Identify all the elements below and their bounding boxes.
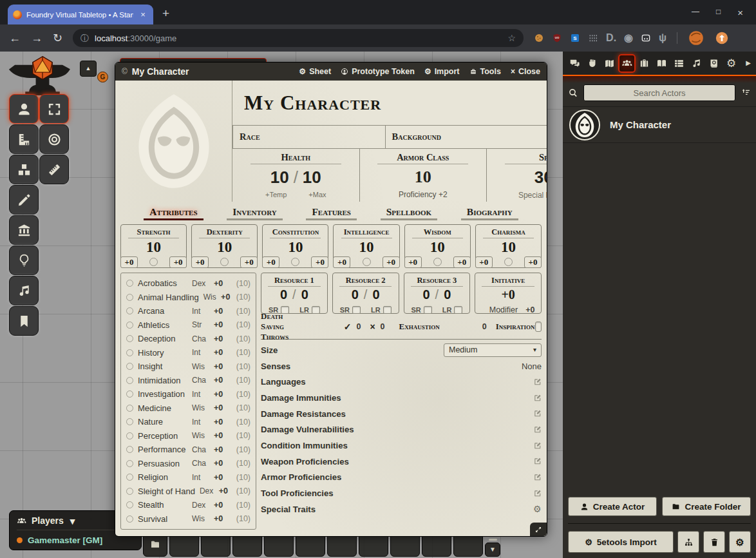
sheet-tab[interactable]: Spellbook (381, 206, 437, 220)
5etools-import-button[interactable]: ⚙ 5etools Import (568, 531, 674, 553)
ability-score[interactable]: 10 (146, 239, 161, 256)
eye-icon[interactable]: ◉ (624, 33, 633, 43)
create-folder-button[interactable]: Create Folder (662, 497, 751, 516)
scene-nav-collapse-button[interactable]: ▲ (80, 61, 97, 77)
ability-save[interactable]: +0 (169, 256, 187, 268)
skill-row[interactable]: Insight Wis +0 (10) (126, 360, 250, 374)
death-fail-count[interactable]: 0 (381, 322, 385, 331)
resource-value[interactable]: 0/0 (422, 287, 451, 302)
max-hp-field[interactable]: +Max (308, 191, 326, 198)
detail-input[interactable] (446, 132, 547, 142)
ability-block[interactable]: Constitution 10 +0 +0 (262, 224, 328, 268)
folder-tree-button[interactable] (677, 531, 699, 553)
tab-scenes[interactable] (601, 54, 618, 73)
skill-row[interactable]: Acrobatics Dex +0 (10) (126, 276, 250, 291)
skill-row[interactable]: Deception Cha +0 (10) (126, 332, 250, 346)
lighting-tool-button[interactable] (9, 245, 39, 275)
notes-tool-button[interactable] (9, 306, 39, 336)
resource-value[interactable]: 0/0 (352, 287, 380, 302)
skill-proficiency-toggle[interactable] (126, 474, 133, 481)
ability-save[interactable]: +0 (311, 256, 328, 268)
tab-tables[interactable] (670, 54, 688, 73)
trait-edit-icon[interactable] (533, 441, 542, 450)
tab-items[interactable] (636, 54, 653, 73)
trait-edit-icon[interactable] (533, 489, 542, 498)
ability-score[interactable]: 10 (288, 239, 303, 256)
skill-proficiency-toggle[interactable] (126, 307, 133, 314)
token-tool-button[interactable] (9, 94, 39, 124)
skill-row[interactable]: Athletics Str +0 (10) (126, 318, 250, 332)
trait-edit-icon[interactable] (533, 425, 542, 434)
ruler-tool-button[interactable] (39, 155, 69, 184)
drawings-tool-button[interactable] (9, 185, 39, 215)
ability-save[interactable]: +0 (453, 256, 471, 268)
skill-row[interactable]: Nature Int +0 (10) (126, 415, 250, 429)
skill-proficiency-toggle[interactable] (126, 418, 133, 425)
skill-row[interactable]: Investigation Int +0 (10) (126, 387, 250, 401)
browser-tab[interactable]: Foundry Virtual Tabletop • A Stan × (8, 5, 153, 24)
sidebar-collapse-icon[interactable]: ▶ (744, 60, 753, 66)
tools-button[interactable]: Tools (469, 67, 501, 76)
profile-avatar-icon[interactable] (688, 30, 704, 46)
tiles-tool-button[interactable] (9, 155, 39, 184)
skill-proficiency-toggle[interactable] (126, 377, 133, 384)
long-rest-checkbox[interactable] (312, 306, 320, 314)
initiative-modifier[interactable]: Modifier+0 (482, 305, 535, 314)
measure-tool-button[interactable] (9, 124, 39, 154)
template-tool-button[interactable] (39, 124, 69, 154)
long-rest-checkbox[interactable] (383, 306, 392, 314)
address-bar[interactable]: ⓘ localhost:30000/game ☆ (73, 29, 524, 47)
skill-row[interactable]: Persuasion Cha +0 (10) (126, 457, 250, 471)
inspiration-checkbox[interactable] (535, 322, 542, 332)
skill-row[interactable]: Animal Handling Wis +0 (10) (126, 291, 250, 305)
tab-chat[interactable] (566, 54, 583, 73)
sheet-tab[interactable]: Attributes (144, 206, 203, 220)
skill-proficiency-toggle[interactable] (126, 335, 133, 342)
skill-row[interactable]: Intimidation Cha +0 (10) (126, 374, 250, 388)
trait-edit-icon[interactable]: ⚙ (533, 505, 542, 514)
skill-row[interactable]: History Int +0 (10) (126, 346, 250, 360)
hp-value[interactable]: 10/10 (270, 168, 321, 188)
page-info-icon[interactable]: ⓘ (80, 34, 89, 43)
import-button[interactable]: ⚙Import (424, 67, 460, 76)
create-actor-button[interactable]: Create Actor (568, 497, 657, 516)
actor-avatar[interactable] (569, 110, 600, 140)
tab-actors[interactable] (618, 54, 636, 73)
game-canvas[interactable]: ▲ G Players ▾ Gamemaster [GM] ▼ (0, 52, 756, 558)
hotbar-page-indicator[interactable] (489, 539, 497, 541)
detail-input[interactable] (265, 132, 379, 142)
skill-proficiency-toggle[interactable] (126, 488, 133, 495)
skill-row[interactable]: Medicine Wis +0 (10) (126, 401, 250, 416)
ability-save[interactable]: +0 (524, 256, 542, 268)
skill-row[interactable]: Survival Wis +0 (10) (126, 512, 250, 526)
bookmark-star-icon[interactable]: ☆ (508, 34, 516, 43)
skill-proficiency-toggle[interactable] (126, 280, 133, 287)
sort-icon[interactable] (741, 88, 751, 98)
stylus-icon[interactable]: S (570, 33, 580, 43)
cookie-icon[interactable] (534, 33, 544, 43)
skill-proficiency-toggle[interactable] (126, 515, 133, 523)
window-minimize-button[interactable]: — (692, 7, 699, 18)
resource-label[interactable]: Resource 3 (417, 276, 457, 285)
skill-row[interactable]: Performance Cha +0 (10) (126, 443, 250, 457)
forward-icon[interactable]: → (31, 32, 43, 44)
back-icon[interactable]: ← (9, 32, 21, 44)
ability-block[interactable]: Charisma 10 +0 +0 (475, 224, 542, 268)
character-portrait[interactable] (115, 81, 232, 202)
skill-proficiency-toggle[interactable] (126, 501, 133, 508)
trait-edit-icon[interactable] (533, 473, 542, 482)
tab-journal[interactable] (653, 54, 670, 73)
trait-edit-icon[interactable] (533, 378, 542, 387)
temp-hp-field[interactable]: +Temp (265, 191, 287, 198)
long-rest-checkbox[interactable] (454, 306, 462, 314)
death-success-icon[interactable]: ✓ (344, 322, 352, 331)
tab-combat[interactable] (583, 54, 601, 73)
delete-button[interactable] (703, 531, 725, 553)
search-input[interactable] (583, 84, 735, 101)
ability-block[interactable]: Intelligence 10 +0 +0 (333, 224, 399, 268)
d-icon[interactable]: D. (606, 33, 616, 43)
ac-value[interactable]: 10 (415, 168, 431, 187)
size-select[interactable]: Medium▾ (444, 343, 542, 357)
sounds-tool-button[interactable] (9, 276, 39, 305)
save-proficiency-toggle[interactable] (149, 258, 158, 266)
